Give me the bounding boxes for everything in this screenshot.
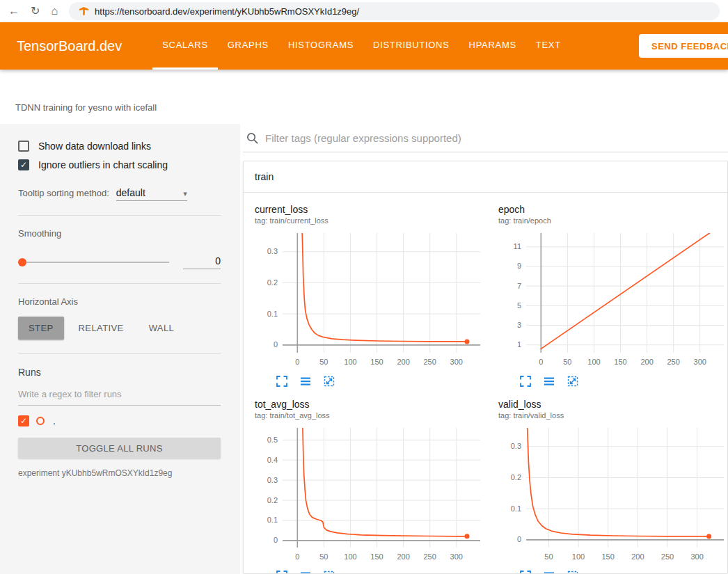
fit-domain-button[interactable] [565,568,580,574]
divider [18,283,221,284]
ignore-outliers-checkbox[interactable]: Ignore outliers in chart scaling [18,159,221,170]
dropdown-value: default [116,187,145,198]
svg-text:50: 50 [319,358,328,366]
toggle-y-axis-button[interactable] [541,568,557,574]
chart-plot[interactable]: 00.10.20.3050100150200250300 [255,230,484,372]
tag-filter-input[interactable] [265,132,722,144]
fit-domain-icon [567,570,579,574]
tooltip-sorting-dropdown[interactable]: default ▾ [116,187,187,201]
run-color-circle-icon[interactable] [36,417,45,425]
tag-group-header[interactable]: train [244,161,727,193]
search-icon [246,131,259,145]
url-text: https://tensorboard.dev/experiment/yKUbh… [95,6,359,17]
experiment-title: TDNN training for yesno with icefall [15,102,157,113]
svg-text:200: 200 [397,552,409,561]
axis-button-step[interactable]: STEP [18,317,64,340]
svg-text:250: 250 [661,552,674,561]
fit-domain-icon [323,375,335,388]
svg-text:50: 50 [544,552,553,561]
expand-chart-button[interactable] [274,568,290,574]
chart-actions [255,568,484,574]
chart-plot[interactable]: 00.10.20.350100150200250300 [498,425,728,567]
chart-plot[interactable]: 1357911050100150200250300 [498,230,728,372]
svg-text:300: 300 [694,358,706,366]
chevron-down-icon: ▾ [183,189,187,198]
divider [18,215,221,216]
svg-text:200: 200 [397,358,409,366]
expand-icon [276,570,288,574]
runs-filter-input[interactable] [18,388,221,406]
svg-text:0.1: 0.1 [267,516,278,524]
horizontal-lines-icon [299,375,312,388]
smoothing-value-input[interactable]: 0 [183,255,221,269]
tab-histograms[interactable]: HISTOGRAMS [278,22,363,70]
tag-group-card: train current_loss tag: train/current_lo… [243,161,728,574]
horizontal-axis-label: Horizontal Axis [18,296,221,307]
chart-tag: tag: train/tot_avg_loss [255,411,484,420]
chart-actions [498,374,728,389]
tab-graphs[interactable]: GRAPHS [218,22,278,70]
smoothing-slider[interactable] [18,257,169,267]
chart-title: tot_avg_loss [255,399,484,410]
browser-chrome: ← ↻ ⌂ https://tensorboard.dev/experiment… [0,0,728,22]
expand-chart-button[interactable] [274,374,290,389]
slider-thumb[interactable] [18,258,26,266]
tooltip-sorting-row: Tooltip sorting method: default ▾ [18,187,221,201]
brand-title: TensorBoard.dev [17,38,122,54]
svg-text:0.5: 0.5 [267,436,278,444]
tab-hparams[interactable]: HPARAMS [459,22,526,70]
svg-text:5: 5 [517,301,521,310]
svg-text:150: 150 [370,552,383,561]
svg-text:0: 0 [295,358,299,366]
checkbox-checked-icon [18,159,29,170]
run-list-item: . [18,415,221,426]
fit-domain-icon [567,375,579,388]
svg-text:0.2: 0.2 [511,473,521,481]
fit-domain-button[interactable] [322,568,337,574]
expand-chart-button[interactable] [518,568,533,574]
svg-text:200: 200 [640,358,653,366]
axis-button-relative[interactable]: RELATIVE [68,317,134,340]
svg-text:0: 0 [517,535,521,543]
tab-distributions[interactable]: DISTRIBUTIONS [363,22,459,70]
svg-text:0.3: 0.3 [511,442,521,450]
show-download-links-checkbox[interactable]: Show data download links [18,141,221,152]
slider-track [18,262,169,263]
chart-actions [498,568,728,574]
axis-button-wall[interactable]: WALL [139,317,185,340]
svg-text:9: 9 [517,262,521,270]
svg-text:0.3: 0.3 [267,247,278,255]
toggle-y-axis-button[interactable] [541,374,557,389]
svg-text:250: 250 [423,552,436,561]
toggle-y-axis-button[interactable] [298,374,313,389]
chart-card: valid_loss tag: train/valid_loss 00.10.2… [498,399,728,574]
tab-text[interactable]: TEXT [526,22,571,70]
send-feedback-button[interactable]: SEND FEEDBACK [639,34,728,58]
fit-domain-button[interactable] [565,374,580,389]
svg-text:1: 1 [517,340,521,349]
fit-domain-button[interactable] [322,374,337,389]
tab-scalars[interactable]: SCALARS [152,22,218,70]
svg-text:0.1: 0.1 [267,310,278,318]
line-chart-svg: 1357911050100150200250300 [498,230,728,369]
svg-text:150: 150 [370,358,383,366]
toggle-all-runs-button[interactable]: TOGGLE ALL RUNS [18,438,221,459]
svg-text:100: 100 [344,358,356,366]
chart-title: valid_loss [498,399,728,410]
svg-text:150: 150 [614,358,626,366]
chart-plot[interactable]: 00.10.20.30.40.5050100150200250300 [255,425,484,567]
address-bar[interactable]: https://tensorboard.dev/experiment/yKUbh… [69,2,720,20]
svg-text:250: 250 [423,358,436,366]
expand-chart-button[interactable] [518,374,533,389]
nav-tabs: SCALARSGRAPHSHISTOGRAMSDISTRIBUTIONSHPAR… [152,22,571,70]
svg-text:11: 11 [514,242,521,250]
reload-icon[interactable]: ↻ [31,6,40,17]
horizontal-axis-buttons: STEPRELATIVEWALL [18,317,221,340]
back-icon[interactable]: ← [8,6,19,17]
expand-icon [276,375,288,388]
run-checkbox-icon[interactable] [18,415,29,426]
svg-text:300: 300 [450,358,463,366]
toggle-y-axis-button[interactable] [298,568,313,574]
svg-text:200: 200 [631,552,644,561]
home-icon[interactable]: ⌂ [51,6,58,17]
